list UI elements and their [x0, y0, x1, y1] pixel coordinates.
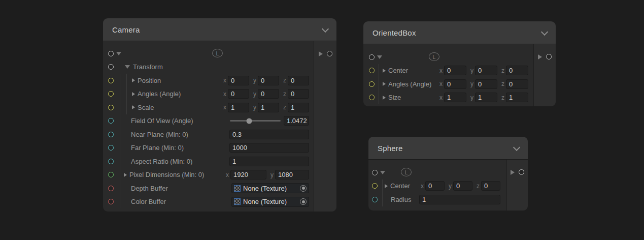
center-y-field[interactable]: 0	[475, 66, 497, 75]
chevron-down-icon[interactable]	[322, 25, 329, 33]
position-input-socket[interactable]	[108, 78, 114, 83]
position-z-field[interactable]: 0	[288, 76, 309, 85]
fov-slider[interactable]	[230, 120, 281, 122]
row-label: Far Plane (Min: 0)	[131, 144, 184, 152]
far-plane-input-socket[interactable]	[108, 145, 114, 151]
near-plane-input-socket[interactable]	[108, 132, 114, 137]
center-x-field[interactable]: 0	[444, 66, 466, 75]
axis-label-y: y	[470, 80, 473, 87]
expand-triangle-icon[interactable]	[132, 78, 135, 82]
exec-output-triangle-icon[interactable]	[538, 54, 542, 59]
target-picker-icon[interactable]	[300, 198, 307, 205]
far-plane-field[interactable]: 1000	[229, 143, 309, 153]
fov-value-field[interactable]: 1.0472	[284, 116, 309, 126]
angles-y-field[interactable]: 0	[475, 79, 497, 89]
size-x-field[interactable]: 1	[444, 93, 466, 102]
axis-label-y: y	[470, 94, 473, 101]
size-z-field[interactable]: 1	[506, 93, 528, 102]
camera-row-angles: Angles (Angle) x 0 y 0 z 0	[103, 87, 314, 101]
angles-y-field[interactable]: 0	[258, 89, 279, 99]
vector-fields: x 0 y 0 z 0	[439, 66, 528, 75]
angles-z-field[interactable]: 0	[506, 79, 528, 89]
exec-input-socket[interactable]	[108, 51, 114, 56]
local-space-badge[interactable]: L	[429, 52, 439, 61]
exec-output-triangle-icon[interactable]	[511, 170, 515, 175]
transform-input-socket[interactable]	[108, 64, 114, 70]
axis-label-y: y	[253, 91, 256, 98]
pixel-height-field[interactable]: 1080	[275, 170, 309, 179]
pixel-width-field[interactable]: 1920	[230, 170, 266, 179]
position-x-field[interactable]: 0	[228, 76, 249, 85]
center-y-field[interactable]: 0	[453, 181, 472, 191]
position-y-field[interactable]: 0	[258, 76, 279, 85]
expand-triangle-icon[interactable]	[385, 184, 388, 188]
collapse-triangle-icon[interactable]	[380, 171, 385, 174]
expand-triangle-icon[interactable]	[132, 92, 135, 96]
sphere-row-radius: Radius 1	[368, 193, 506, 206]
exec-output-socket[interactable]	[546, 54, 552, 59]
expand-triangle-icon[interactable]	[132, 105, 135, 109]
exec-output-socket[interactable]	[327, 51, 332, 56]
scale-y-field[interactable]: 1	[258, 103, 279, 112]
far-plane-fields: 1000	[229, 143, 309, 153]
tree-guide-line	[120, 182, 120, 195]
chevron-down-icon[interactable]	[541, 28, 548, 36]
camera-node-header[interactable]: Camera	[103, 18, 336, 41]
expand-open-triangle-icon[interactable]	[125, 65, 130, 69]
pixel-dimensions-input-socket[interactable]	[108, 172, 114, 177]
aspect-ratio-field[interactable]: 1	[229, 157, 309, 166]
vector-fields: x 0 y 0 z 0	[439, 79, 528, 89]
expand-triangle-icon[interactable]	[383, 82, 386, 86]
center-z-field[interactable]: 0	[506, 66, 528, 75]
angles-x-field[interactable]: 0	[444, 79, 466, 89]
radius-input-socket[interactable]	[372, 197, 378, 202]
aspect-ratio-input-socket[interactable]	[108, 159, 114, 164]
fov-input-socket[interactable]	[108, 118, 114, 124]
fov-slider-handle[interactable]	[247, 118, 252, 124]
angles-input-socket[interactable]	[369, 81, 375, 87]
orientedbox-node[interactable]: OrientedBox L Center x 0	[363, 21, 556, 106]
sphere-node[interactable]: Sphere L Center x 0 y	[368, 137, 528, 211]
exec-output-triangle-icon[interactable]	[319, 51, 323, 56]
axis-label-y: y	[253, 104, 256, 111]
depth-buffer-input-socket[interactable]	[108, 186, 114, 191]
camera-output-panel	[314, 41, 336, 212]
collapse-triangle-icon[interactable]	[377, 55, 382, 59]
tree-guide-line	[120, 155, 120, 168]
axis-label-z: z	[283, 104, 286, 111]
center-x-field[interactable]: 0	[425, 181, 445, 191]
collapse-triangle-icon[interactable]	[116, 52, 121, 55]
center-input-socket[interactable]	[372, 183, 378, 189]
size-y-field[interactable]: 1	[475, 93, 497, 102]
exec-input-socket[interactable]	[369, 54, 375, 60]
scale-input-socket[interactable]	[108, 105, 114, 110]
expand-triangle-icon[interactable]	[383, 69, 386, 73]
exec-input-socket[interactable]	[372, 170, 378, 175]
node-graph-canvas[interactable]: Camera L Transform	[0, 0, 644, 240]
center-z-field[interactable]: 0	[481, 181, 500, 191]
color-buffer-input-socket[interactable]	[108, 199, 114, 204]
scale-x-field[interactable]: 1	[228, 103, 249, 112]
scale-z-field[interactable]: 1	[288, 103, 309, 112]
chevron-down-icon[interactable]	[513, 144, 520, 151]
angles-input-socket[interactable]	[108, 91, 114, 97]
near-plane-field[interactable]: 0.3	[229, 130, 309, 139]
size-input-socket[interactable]	[369, 95, 375, 100]
orientedbox-row-angles: Angles (Angle) x 0 y 0 z 0	[363, 77, 533, 91]
expand-triangle-icon[interactable]	[124, 173, 127, 177]
sphere-node-header[interactable]: Sphere	[368, 137, 528, 159]
color-buffer-texture-field[interactable]: None (Texture)	[231, 197, 309, 207]
exec-output-socket[interactable]	[519, 169, 524, 175]
radius-field[interactable]: 1	[419, 195, 500, 204]
expand-triangle-icon[interactable]	[383, 96, 386, 100]
angles-z-field[interactable]: 0	[288, 89, 309, 99]
depth-buffer-texture-field[interactable]: None (Texture)	[231, 183, 309, 193]
orientedbox-node-header[interactable]: OrientedBox	[363, 21, 556, 44]
center-input-socket[interactable]	[369, 68, 375, 73]
row-label: Scale	[138, 104, 154, 111]
local-space-badge[interactable]: L	[401, 168, 412, 176]
target-picker-icon[interactable]	[300, 185, 307, 192]
local-space-badge[interactable]: L	[212, 49, 223, 57]
camera-node[interactable]: Camera L Transform	[103, 18, 336, 212]
angles-x-field[interactable]: 0	[228, 89, 249, 99]
